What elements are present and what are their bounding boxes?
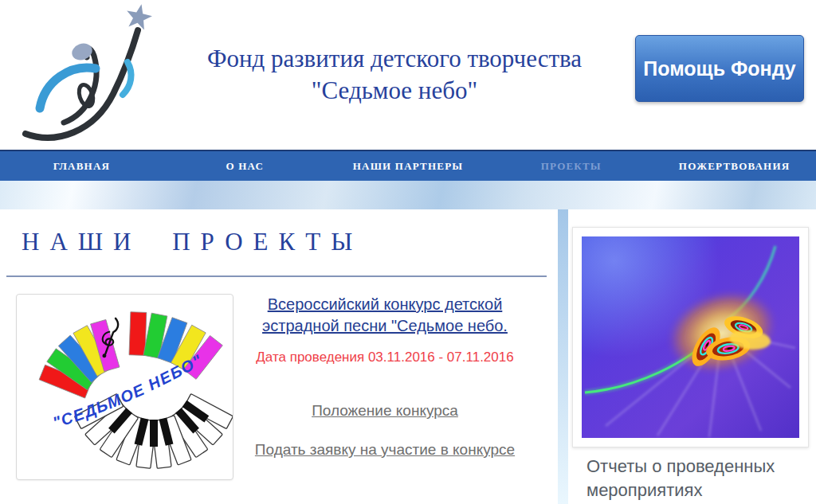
- help-fund-button[interactable]: Помощь Фонду: [635, 35, 804, 102]
- main-nav: ГЛАВНАЯ О НАС НАШИ ПАРТНЕРЫ ПРОЕКТЫ ПОЖЕ…: [0, 150, 816, 181]
- section-divider: [6, 275, 547, 277]
- project-logo-image[interactable]: "СЕДЬМОЕ НЕБО": [16, 294, 233, 480]
- site-title: Фонд развития детского творчества "Седьм…: [159, 43, 630, 107]
- fractal-butterfly-image: [582, 236, 799, 438]
- project-title-link[interactable]: Всероссийский конкурс детской эстрадной …: [239, 294, 531, 337]
- project-info: Всероссийский конкурс детской эстрадной …: [239, 294, 531, 459]
- nav-item-donations[interactable]: ПОЖЕРТВОВАНИЯ: [653, 151, 816, 181]
- reports-link[interactable]: Отчеты о проведенных мероприятиях: [586, 455, 803, 502]
- nav-item-home[interactable]: ГЛАВНАЯ: [0, 151, 163, 181]
- help-fund-button-label: Помощь Фонду: [643, 57, 796, 80]
- nav-item-projects[interactable]: ПРОЕКТЫ: [489, 151, 653, 181]
- header-gradient-strip: [0, 181, 816, 209]
- nav-item-partners[interactable]: НАШИ ПАРТНЕРЫ: [327, 151, 490, 181]
- column-divider: [558, 209, 568, 504]
- nav-item-about[interactable]: О НАС: [163, 151, 327, 181]
- site-title-line2: "Седьмое небо": [159, 75, 630, 107]
- site-title-line1: Фонд развития детского творчества: [159, 43, 630, 75]
- sedmoe-nebo-logo-icon: "СЕДЬМОЕ НЕБО": [17, 295, 233, 479]
- contest-apply-link[interactable]: Подать заявку на участие в конкурсе: [255, 441, 515, 459]
- reports-image-card[interactable]: [572, 227, 809, 447]
- project-date: Дата проведения 03.11.2016 - 07.11.2016: [239, 350, 531, 365]
- star-icon: [124, 2, 154, 31]
- contest-rules-link[interactable]: Положение конкурса: [312, 402, 458, 420]
- fund-logo-dancer-icon[interactable]: [18, 2, 169, 149]
- page: Фонд развития детского творчества "Седьм…: [0, 0, 816, 504]
- header: Фонд развития детского творчества "Седьм…: [0, 0, 816, 150]
- page-title: НАШИ ПРОЕКТЫ: [22, 228, 363, 256]
